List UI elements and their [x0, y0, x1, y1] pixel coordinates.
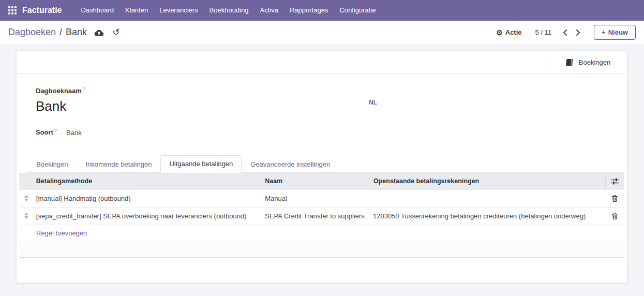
button-box: Boekingen	[17, 51, 627, 74]
drag-handle-icon[interactable]	[24, 195, 28, 201]
column-header-betalingsmethode[interactable]: Betalingsmethode	[34, 173, 262, 190]
journal-type-select[interactable]: Bank	[66, 129, 82, 137]
cell-naam[interactable]: Manual	[262, 190, 368, 207]
cell-betalingsmethode[interactable]: [manual] Handmatig (outbound)	[34, 190, 262, 207]
action-menu-button[interactable]: ⚙ Actie	[496, 28, 521, 36]
cell-naam[interactable]: SEPA Credit Transfer to suppliers	[262, 208, 368, 225]
pager-previous-button[interactable]	[559, 29, 572, 36]
trash-icon[interactable]	[611, 195, 618, 202]
cell-openstaande-rekeningen[interactable]	[368, 190, 605, 207]
book-icon	[565, 58, 574, 67]
add-line-row: Regel toevoegen	[19, 225, 624, 242]
payment-methods-table: Betalingsmethode Naam Openstaande betali…	[19, 173, 624, 258]
form-fields: Dagboeknaam? Bank NL Soort? Bank	[17, 74, 627, 137]
tab-boekingen[interactable]: Boekingen	[27, 156, 77, 173]
action-menu-label: Actie	[505, 28, 522, 36]
add-line-link[interactable]: Regel toevoegen	[19, 225, 624, 242]
column-header-openstaande-betalingsrekeningen[interactable]: Openstaande betalingsrekeningen	[368, 173, 605, 190]
column-header-naam[interactable]: Naam	[262, 173, 368, 190]
control-panel: Dagboeken / Bank ↺ ⚙ Actie 5 / 11 + Nie	[0, 21, 644, 44]
apps-grid-icon[interactable]	[8, 6, 17, 15]
pager-value[interactable]: 5 / 11	[535, 28, 552, 36]
tab-geavanceerde-instellingen[interactable]: Geavanceerde instellingen	[242, 156, 339, 173]
table-row[interactable]: [sepa_credit_transfer] SEPA overboeking …	[19, 207, 624, 225]
tab-uitgaande-betalingen[interactable]: Uitgaande betalingen	[160, 155, 242, 173]
table-header-row: Betalingsmethode Naam Openstaande betali…	[19, 173, 624, 190]
cell-openstaande-rekeningen[interactable]: 1203050 Tussenrekening betalingen credit…	[368, 208, 605, 225]
top-navbar: Facturatie Dashboard Klanten Leverancier…	[0, 0, 644, 21]
cell-betalingsmethode[interactable]: [sepa_credit_transfer] SEPA overboeking …	[34, 208, 262, 225]
drag-handle-icon[interactable]	[24, 213, 28, 219]
table-row[interactable]: [manual] Handmatig (outbound) Manual	[19, 190, 624, 207]
optional-columns-icon[interactable]	[611, 178, 619, 185]
name-field-label: Dagboeknaam	[36, 87, 82, 95]
notebook-tabs: Boekingen Inkomende betalingen Uitgaande…	[27, 155, 624, 173]
undo-icon[interactable]: ↺	[112, 28, 119, 37]
type-field-label: Soort	[36, 129, 53, 137]
breadcrumb-current: Bank	[66, 27, 87, 38]
form-sheet: Boekingen Dagboeknaam? Bank NL Soort? Ba…	[16, 50, 627, 283]
translation-badge[interactable]: NL	[369, 99, 377, 106]
handle-column-header	[19, 173, 34, 190]
nav-item-klanten[interactable]: Klanten	[119, 0, 154, 21]
breadcrumb-separator: /	[59, 27, 62, 38]
navbar-menu: Dashboard Klanten Leveranciers Boekhoudi…	[75, 0, 381, 21]
nav-item-leveranciers[interactable]: Leveranciers	[154, 0, 203, 21]
stat-button-boekingen[interactable]: Boekingen	[548, 51, 627, 74]
form-view: Boekingen Dagboeknaam? Bank NL Soort? Ba…	[0, 44, 644, 283]
nav-item-rapportages[interactable]: Rapportages	[284, 0, 334, 21]
breadcrumb-parent[interactable]: Dagboeken	[8, 27, 56, 38]
gear-icon: ⚙	[496, 29, 503, 36]
nav-item-boekhouding[interactable]: Boekhouding	[204, 0, 254, 21]
table-footer-row	[19, 242, 624, 258]
control-panel-right: ⚙ Actie 5 / 11 + Nieuw	[496, 25, 636, 40]
stat-button-label: Boekingen	[579, 58, 610, 66]
cloud-save-icon[interactable]	[94, 29, 104, 36]
table-body: [manual] Handmatig (outbound) Manual	[19, 190, 624, 225]
plus-icon: +	[602, 28, 606, 36]
name-help-icon: ?	[83, 86, 85, 92]
new-button-label: Nieuw	[608, 28, 628, 36]
nav-item-dashboard[interactable]: Dashboard	[75, 0, 119, 21]
new-record-button[interactable]: + Nieuw	[594, 25, 636, 40]
journal-name-input[interactable]: Bank	[36, 98, 66, 114]
app-brand[interactable]: Facturatie	[22, 6, 62, 15]
nav-item-configuratie[interactable]: Configuratie	[334, 0, 381, 21]
type-help-icon: ?	[54, 128, 57, 133]
nav-item-activa[interactable]: Activa	[254, 0, 284, 21]
pager-next-button[interactable]	[572, 29, 585, 36]
tab-inkomende-betalingen[interactable]: Inkomende betalingen	[77, 156, 160, 173]
trash-icon[interactable]	[611, 212, 618, 220]
breadcrumb: Dagboeken / Bank ↺	[8, 27, 119, 38]
